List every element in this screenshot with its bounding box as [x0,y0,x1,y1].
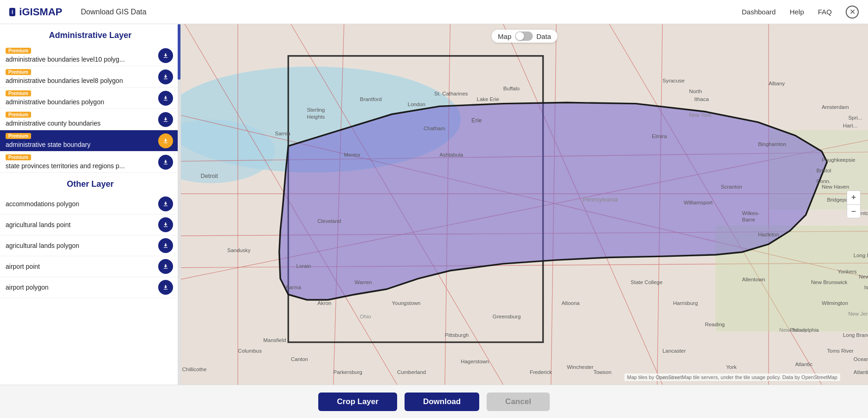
zoom-out-button[interactable]: − [847,204,861,218]
svg-text:Syracuse: Syracuse [662,78,685,83]
svg-text:Heights: Heights [307,114,325,120]
layer-content: accommodations polygon [6,200,158,208]
bottom-bar: Crop Layer Download Cancel [0,385,868,418]
svg-text:Cumberland: Cumberland [397,369,426,375]
svg-text:Pittsburgh: Pittsburgh [445,332,469,338]
svg-text:Scranton: Scranton [721,184,742,190]
layer-name: airport point [6,263,158,270]
svg-text:Spri...: Spri... [848,115,862,120]
layer-content: airport polygon [6,284,158,291]
cancel-button[interactable]: Cancel [487,393,550,411]
toggle-knob [515,32,524,40]
premium-badge: Premium [6,112,31,118]
admin-section-title: Administrative Layer [0,24,180,45]
svg-text:Canton: Canton [291,356,308,362]
svg-text:New Jersey: New Jersey [779,327,807,333]
svg-text:New Jersey: New Jersey [848,311,868,317]
svg-text:New Haven: New Haven [822,184,849,190]
crop-layer-button[interactable]: Crop Layer [318,393,397,411]
layer-item[interactable]: Premium administrative boundaries level8… [0,66,180,88]
layer-content: agricultural lands point [6,221,158,228]
svg-text:North: North [689,89,702,94]
download-icon[interactable] [158,259,173,274]
zoom-in-button[interactable]: + [847,190,861,204]
svg-text:Williamsport: Williamsport [684,200,713,205]
svg-text:London: London [408,101,425,107]
svg-text:Columbus: Columbus [238,348,262,354]
layer-content: Premium administrative boundaries polygo… [6,90,158,106]
svg-text:State College: State College [630,279,662,285]
svg-text:Ashtabula: Ashtabula [439,152,463,158]
layer-name: administrative boundaries polygon [6,98,158,106]
svg-text:Atlantic: Atlantic [854,369,868,375]
svg-text:Ohio: Ohio [360,314,371,319]
svg-text:Islip: Islip [864,285,868,290]
svg-text:Chillicothe: Chillicothe [182,367,207,372]
layer-item[interactable]: Premium administrative boundaries polygo… [0,88,180,109]
download-icon[interactable] [158,280,173,295]
download-icon[interactable] [158,217,173,232]
svg-text:Poughkeepsie: Poughkeepsie [822,157,855,163]
layer-item[interactable]: agricultural lands point [0,215,180,235]
download-icon-active[interactable] [158,133,173,148]
layer-item-active[interactable]: Premium administrative state boundary [0,130,180,152]
download-icon[interactable] [158,238,173,253]
layer-item[interactable]: accommodations polygon [0,194,180,215]
logo-area: i iGISMAP [9,6,62,18]
layer-content: Premium administrative state boundary [6,133,158,148]
download-icon[interactable] [158,112,173,127]
download-icon[interactable] [158,155,173,170]
map-canvas[interactable]: Detroit Sarnia Brantford St. Catharines … [181,24,868,385]
layer-item[interactable]: Premium administrative county boundaries [0,109,180,130]
layer-name: state provinces territories and regions … [6,162,158,170]
download-button[interactable]: Download [405,393,479,411]
nav-dashboard[interactable]: Dashboard [742,8,776,16]
svg-text:Hazleton: Hazleton [758,232,779,237]
svg-text:Bristol: Bristol [817,168,831,173]
layer-item[interactable]: agricultural lands polygon [0,235,180,256]
svg-text:Detroit: Detroit [201,173,219,179]
svg-text:Reading: Reading [705,322,725,327]
close-button[interactable]: ✕ [846,6,859,19]
svg-text:Long Island: Long Island [854,253,868,258]
svg-text:Toms River: Toms River [827,348,854,354]
sidebar-scrollbar[interactable] [178,24,180,385]
premium-badge: Premium [6,90,31,96]
svg-text:Ocean: Ocean [854,356,868,362]
logo-icon: i [9,8,15,16]
svg-text:Wilmington: Wilmington [822,300,848,306]
svg-text:New York: New York [859,274,868,279]
premium-badge: Premium [6,48,31,54]
svg-text:Parkersburg: Parkersburg [334,369,362,375]
download-icon[interactable] [158,196,173,211]
svg-text:Lake Erie: Lake Erie [477,96,499,102]
layer-content: agricultural lands polygon [6,242,158,249]
premium-badge: Premium [6,69,31,75]
data-label: Data [536,32,551,40]
main-content: Administrative Layer Premium administrat… [0,24,868,385]
layer-item[interactable]: Premium state provinces territories and … [0,152,180,173]
nav-faq[interactable]: FAQ [818,8,832,16]
layer-item[interactable]: airport point [0,256,180,277]
premium-badge: Premium [6,154,31,160]
download-icon[interactable] [158,48,173,63]
premium-badge: Premium [6,133,31,139]
layer-item[interactable]: airport polygon [0,277,180,298]
svg-text:Elmira: Elmira [652,133,667,139]
map-attribution: Map tiles by OpenStreetMap tile servers,… [624,374,840,381]
svg-text:New York: New York [689,112,712,118]
download-icon[interactable] [158,91,173,106]
svg-text:Yonkers: Yonkers [838,269,857,274]
svg-text:Towson: Towson [593,369,611,375]
svg-text:Albany: Albany [769,81,785,86]
svg-text:Pennsylvania: Pennsylvania [583,196,617,203]
download-icon[interactable] [158,70,173,84]
svg-text:Long Branch: Long Branch [843,332,868,338]
map-area: Map Data [181,24,868,385]
map-data-toggle[interactable] [515,32,533,41]
svg-text:Hagerstown: Hagerstown [461,359,489,364]
nav-help[interactable]: Help [790,8,804,16]
svg-text:Erie: Erie [471,117,482,124]
layer-item[interactable]: Premium administrative boundaries level1… [0,45,180,66]
layer-content: Premium administrative boundaries level1… [6,48,158,63]
